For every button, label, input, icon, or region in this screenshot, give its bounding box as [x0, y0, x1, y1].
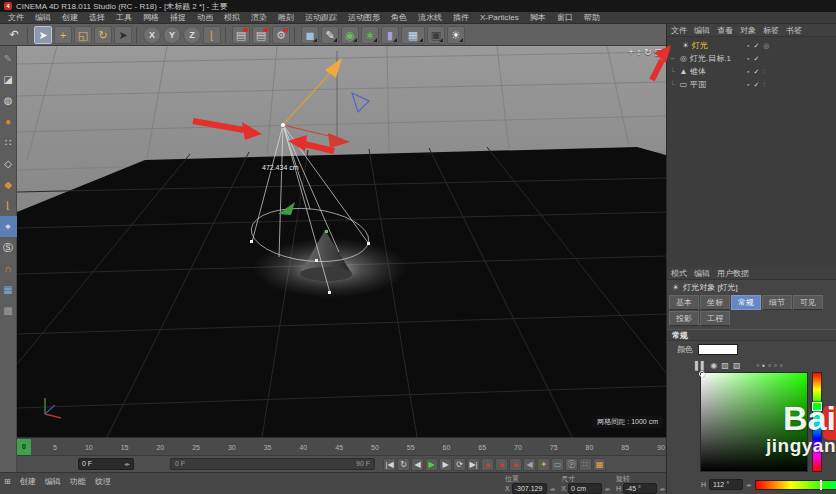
menu-item[interactable]: 书签: [786, 25, 802, 36]
frame-spinner-icon[interactable]: ◂▸: [124, 459, 130, 469]
tab-project[interactable]: 工程: [700, 311, 730, 326]
move-icon[interactable]: +: [54, 26, 72, 44]
workplane-lock-icon[interactable]: ▩: [0, 300, 17, 321]
timeline-playhead[interactable]: 0: [17, 439, 31, 455]
menu-item[interactable]: 编辑: [694, 268, 710, 279]
deformer-icon[interactable]: ▮: [381, 26, 399, 44]
object-row-plane[interactable]: └ ▭ 平面 ▪✓∶: [667, 78, 836, 91]
workplane-grid-icon[interactable]: ▦: [0, 279, 17, 300]
toggle-view-icon[interactable]: ◱: [654, 47, 663, 57]
menu-item[interactable]: 编辑: [35, 12, 51, 23]
hsv-mode-icon[interactable]: ▫: [768, 361, 771, 370]
menu-item[interactable]: 捕捉: [170, 12, 186, 23]
play-mode-button[interactable]: ↻: [397, 458, 410, 471]
menu-item[interactable]: 模式: [671, 268, 687, 279]
position-x-field[interactable]: -307.129 cm: [512, 483, 548, 494]
color-spectrum-icon[interactable]: ▨: [721, 361, 729, 370]
prev-key-button[interactable]: ◀: [523, 458, 536, 471]
play-button[interactable]: ▶: [425, 458, 438, 471]
points-mode-icon[interactable]: ∷: [0, 132, 17, 153]
snap-icon[interactable]: ⌖: [0, 216, 17, 237]
rgb-mode-icon[interactable]: ▪: [762, 361, 765, 370]
floor-sky-icon[interactable]: ▦: [401, 26, 425, 44]
menu-item[interactable]: 创建: [62, 12, 78, 23]
layer-icon[interactable]: ▪: [747, 55, 749, 62]
next-frame-button[interactable]: ▶: [439, 458, 452, 471]
camera-icon[interactable]: ▣: [427, 26, 445, 44]
menu-item[interactable]: 编辑: [45, 476, 61, 487]
tab-shadow[interactable]: 投影: [669, 311, 699, 326]
goto-start-button[interactable]: |◀: [383, 458, 396, 471]
color-picture-icon[interactable]: ▧: [733, 361, 741, 370]
keyframe-selection-button[interactable]: ●: [509, 458, 522, 471]
menu-item[interactable]: 雕刻: [278, 12, 294, 23]
swatch-mode-icon[interactable]: ▫: [756, 361, 759, 370]
layer-icon[interactable]: ▪: [747, 68, 749, 75]
snap-s-icon[interactable]: Ⓢ: [0, 237, 17, 258]
perspective-viewport[interactable]: +↕↻◱ 472.434 cm 网格间距 : 1000 cm: [17, 46, 666, 437]
layer-icon[interactable]: ▪: [747, 81, 749, 88]
menu-item[interactable]: 标签: [763, 25, 779, 36]
menu-item[interactable]: 创建: [20, 476, 36, 487]
rotate-view-icon[interactable]: ↻: [644, 47, 652, 57]
scale-icon[interactable]: ◱: [74, 26, 92, 44]
frame-range-button[interactable]: ▭: [551, 458, 564, 471]
live-selection-icon[interactable]: ➤: [34, 26, 52, 44]
tab-general[interactable]: 常规: [731, 295, 761, 310]
current-frame-field[interactable]: 0 F ◂▸: [78, 458, 134, 470]
menu-item[interactable]: 文件: [8, 12, 24, 23]
mixer-mode-icon[interactable]: ▫: [780, 361, 783, 370]
field-spinner-icon[interactable]: ◂▸: [659, 485, 665, 492]
enabled-check-icon[interactable]: ✓: [753, 68, 759, 76]
object-name[interactable]: 灯光: [692, 40, 708, 51]
cube-primitive-icon[interactable]: ◼: [301, 26, 319, 44]
menu-item[interactable]: 流水线: [418, 12, 442, 23]
menu-item[interactable]: 渲染: [251, 12, 267, 23]
hue-spectrum-marker[interactable]: [820, 480, 822, 490]
object-row-light[interactable]: ☀ 灯光 ▪✓◎: [667, 39, 836, 52]
timeline-range-slider[interactable]: 0 F 90 F: [170, 458, 375, 470]
saturation-value-picker[interactable]: [700, 372, 808, 472]
last-tool-icon[interactable]: ➤: [114, 26, 132, 44]
sv-picker-handle[interactable]: [699, 371, 705, 377]
object-name[interactable]: 平面: [690, 79, 706, 90]
field-spinner-icon[interactable]: ◂▸: [746, 481, 752, 488]
pen-spline-icon[interactable]: ✎: [321, 26, 339, 44]
hue-slider-handle[interactable]: [812, 402, 822, 411]
polygons-mode-icon[interactable]: ◆: [0, 174, 17, 195]
key-mode-button[interactable]: ✦: [537, 458, 550, 471]
menu-item[interactable]: 运动跟踪: [305, 12, 337, 23]
object-row-cone[interactable]: └ ▲ 锥体 ▪✓∶: [667, 65, 836, 78]
menu-item[interactable]: 插件: [453, 12, 469, 23]
enabled-check-icon[interactable]: ✓: [753, 42, 759, 50]
enabled-check-icon[interactable]: ✓: [753, 81, 759, 89]
model-mode-icon[interactable]: ◪: [0, 69, 17, 90]
snap-frames-button[interactable]: ∷: [579, 458, 592, 471]
record-keyframe-button[interactable]: ●: [481, 458, 494, 471]
y-axis-lock-icon[interactable]: Y: [163, 26, 181, 44]
panel-grid-icon[interactable]: ⊞: [4, 477, 11, 486]
x-axis-lock-icon[interactable]: X: [143, 26, 161, 44]
array-icon[interactable]: ∗: [361, 26, 379, 44]
rotate-icon[interactable]: ↻: [94, 26, 112, 44]
axis-mode-icon[interactable]: ⌊: [0, 195, 17, 216]
magnet-icon[interactable]: ∩: [0, 258, 17, 279]
visibility-dots-icon[interactable]: ∶: [763, 81, 766, 89]
z-axis-lock-icon[interactable]: Z: [183, 26, 201, 44]
kelvin-mode-icon[interactable]: ▫: [774, 361, 777, 370]
menu-item[interactable]: 角色: [391, 12, 407, 23]
hue-slider-vertical[interactable]: [812, 372, 822, 472]
hue-value-field[interactable]: 112 °: [709, 479, 743, 490]
loop-button[interactable]: ⟳: [453, 458, 466, 471]
color-swatch[interactable]: [698, 344, 738, 355]
menu-item[interactable]: 窗口: [557, 12, 573, 23]
menu-item[interactable]: 用户数据: [717, 268, 749, 279]
object-row-light-target[interactable]: − ◎ 灯光.目标.1 ▪✓: [667, 52, 836, 65]
coord-system-icon[interactable]: ⌊: [203, 26, 221, 44]
tab-details[interactable]: 细节: [762, 295, 792, 310]
texture-mode-icon[interactable]: ◍: [0, 90, 17, 111]
enabled-check-icon[interactable]: ✓: [753, 55, 759, 63]
menu-item[interactable]: 功能: [70, 476, 86, 487]
collapse-expander-icon[interactable]: −: [670, 55, 677, 62]
edges-mode-icon[interactable]: ◇: [0, 153, 17, 174]
